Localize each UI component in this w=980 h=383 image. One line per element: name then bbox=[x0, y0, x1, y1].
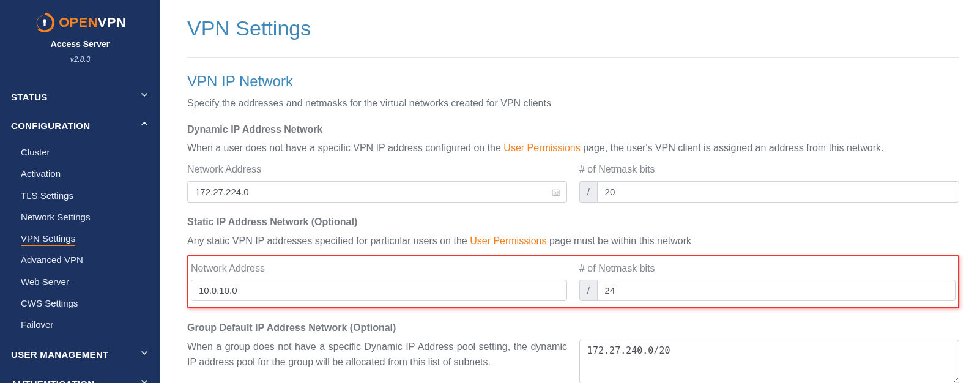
mask-prefix-label: / bbox=[579, 280, 597, 301]
brand-logo-icon bbox=[34, 12, 55, 33]
network-address-label: Network Address bbox=[187, 162, 567, 177]
sidebar-item-label: CWS Settings bbox=[21, 298, 78, 308]
page-title: VPN Settings bbox=[187, 12, 959, 45]
section-title: VPN IP Network bbox=[187, 70, 959, 92]
sidebar-item-label: Cluster bbox=[21, 147, 50, 157]
user-permissions-link[interactable]: User Permissions bbox=[503, 143, 580, 153]
nav-section-label: CONFIGURATION bbox=[11, 119, 90, 133]
nav-section-authentication[interactable]: AUTHENTICATION bbox=[0, 370, 160, 383]
mask-prefix-label: / bbox=[579, 181, 597, 203]
sidebar-item-failover[interactable]: Failover bbox=[0, 314, 160, 335]
block-title: Group Default IP Address Network (Option… bbox=[187, 321, 959, 336]
sidebar-item-label: Network Settings bbox=[21, 212, 90, 222]
chevron-down-icon bbox=[139, 348, 149, 362]
section-description: Specify the addresses and netmasks for t… bbox=[187, 96, 959, 111]
nav-section-label: USER MANAGEMENT bbox=[11, 348, 109, 362]
dynamic-network-address-input[interactable] bbox=[187, 181, 567, 203]
block-description: Any static VPN IP addresses specified fo… bbox=[187, 234, 959, 249]
netmask-label: # of Netmask bits bbox=[579, 162, 959, 177]
dynamic-netmask-input[interactable] bbox=[597, 181, 959, 203]
netmask-label: # of Netmask bits bbox=[579, 261, 956, 277]
chevron-up-icon bbox=[139, 119, 149, 133]
sidebar-item-vpn-settings[interactable]: VPN Settings bbox=[0, 228, 160, 249]
sidebar-item-cluster[interactable]: Cluster bbox=[0, 141, 160, 163]
block-title: Dynamic IP Address Network bbox=[187, 122, 959, 138]
text: page must be within this network bbox=[547, 236, 692, 246]
nav-section-label: STATUS bbox=[11, 90, 48, 104]
block-description: When a group does not have a specific Dy… bbox=[187, 340, 567, 370]
sidebar-item-label: Web Server bbox=[21, 277, 69, 287]
sidebar: OPENVPN Access Server v2.8.3 STATUS CONF… bbox=[0, 0, 160, 383]
chevron-down-icon bbox=[139, 90, 149, 104]
static-netmask-input[interactable] bbox=[597, 280, 956, 301]
brand-version: v2.8.3 bbox=[6, 54, 154, 65]
sidebar-item-label: Activation bbox=[21, 168, 61, 179]
brand-subtitle: Access Server bbox=[6, 38, 154, 51]
sidebar-item-web-server[interactable]: Web Server bbox=[0, 271, 160, 292]
dynamic-ip-block: Dynamic IP Address Network When a user d… bbox=[187, 122, 959, 203]
nav-section-status[interactable]: STATUS bbox=[0, 83, 160, 111]
group-default-subnets-textarea[interactable]: 172.27.240.0/20 bbox=[579, 340, 959, 383]
group-default-block: Group Default IP Address Network (Option… bbox=[187, 321, 959, 383]
user-permissions-link[interactable]: User Permissions bbox=[470, 236, 546, 246]
sidebar-nav: STATUS CONFIGURATION Cluster Activation … bbox=[0, 83, 160, 383]
nav-items-configuration: Cluster Activation TLS Settings Network … bbox=[0, 140, 160, 340]
nav-section-configuration[interactable]: CONFIGURATION bbox=[0, 111, 160, 140]
main-content: VPN Settings VPN IP Network Specify the … bbox=[160, 0, 980, 383]
nav-section-label: AUTHENTICATION bbox=[11, 377, 94, 383]
block-title: Static IP Address Network (Optional) bbox=[187, 215, 959, 230]
text: Any static VPN IP addresses specified fo… bbox=[187, 236, 470, 246]
sidebar-item-advanced-vpn[interactable]: Advanced VPN bbox=[0, 249, 160, 270]
block-description: When a user does not have a specific VPN… bbox=[187, 141, 959, 156]
sidebar-item-label: VPN Settings bbox=[21, 233, 75, 246]
text: page, the user's VPN client is assigned … bbox=[581, 143, 884, 153]
text: When a user does not have a specific VPN… bbox=[187, 143, 503, 153]
sidebar-item-label: Advanced VPN bbox=[21, 255, 83, 265]
svg-rect-2 bbox=[44, 21, 46, 26]
sidebar-item-tls-settings[interactable]: TLS Settings bbox=[0, 185, 160, 206]
network-address-label: Network Address bbox=[191, 261, 567, 277]
brand: OPENVPN Access Server v2.8.3 bbox=[0, 9, 160, 72]
static-ip-block: Static IP Address Network (Optional) Any… bbox=[187, 215, 959, 308]
chevron-down-icon bbox=[139, 377, 149, 383]
sidebar-item-network-settings[interactable]: Network Settings bbox=[0, 206, 160, 228]
brand-word-open: OPEN bbox=[59, 15, 98, 30]
sidebar-item-activation[interactable]: Activation bbox=[0, 163, 160, 184]
brand-word-vpn: VPN bbox=[98, 15, 126, 30]
sidebar-item-label: TLS Settings bbox=[21, 190, 73, 201]
nav-section-user-management[interactable]: USER MANAGEMENT bbox=[0, 340, 160, 369]
sidebar-item-cws-settings[interactable]: CWS Settings bbox=[0, 292, 160, 314]
highlight-annotation: Network Address # of Netmask bits / bbox=[187, 255, 959, 309]
static-network-address-input[interactable] bbox=[191, 280, 567, 301]
sidebar-item-label: Failover bbox=[21, 319, 53, 330]
divider bbox=[187, 57, 959, 58]
